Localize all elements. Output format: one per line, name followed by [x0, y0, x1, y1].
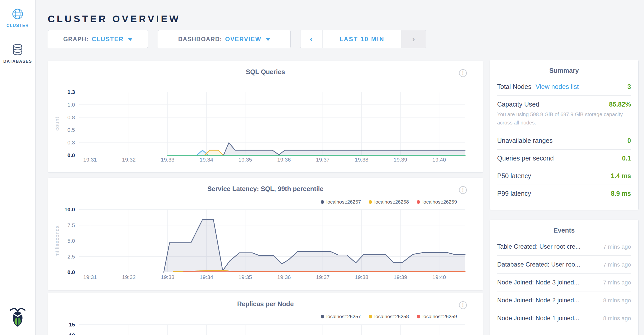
summary-row: Unavailable ranges0 — [497, 132, 631, 150]
series-area-localhost:26257 — [164, 220, 465, 272]
summary-row-subtext: You are using 598.9 GiB of 697.9 GiB sto… — [497, 110, 631, 127]
x-tick-label: 19:38 — [355, 274, 368, 280]
event-row: Node Joined: Node 1 joined...8 mins ago — [497, 309, 631, 327]
summary-row-label: P50 latency — [497, 172, 531, 180]
event-text: Table Created: User root cre... — [497, 243, 580, 250]
chart-plot[interactable]: 19:3119:3219:3319:3419:3519:3619:3719:38… — [48, 178, 483, 291]
y-axis-label: milliseconds — [54, 225, 60, 257]
event-row: Node Joined: Node 3 joined...7 mins ago — [497, 274, 631, 291]
event-time: 7 mins ago — [599, 279, 631, 286]
time-range-value[interactable]: LAST 10 MIN — [323, 30, 401, 48]
x-tick-label: 19:35 — [238, 274, 252, 280]
summary-row-label: Queries per second — [497, 155, 554, 162]
sidebar: CLUSTER DATABASES — [0, 0, 36, 335]
events-rows: Table Created: User root cre...7 mins ag… — [490, 238, 638, 327]
x-tick-label: 19:37 — [316, 274, 330, 280]
x-tick-label: 19:32 — [122, 157, 136, 163]
x-tick-label: 19:39 — [394, 274, 407, 280]
x-tick-label: 19:31 — [83, 274, 97, 280]
summary-row-value: 3 — [627, 83, 631, 90]
y-tick-label: 1.3 — [67, 89, 75, 95]
chevron-down-icon — [128, 38, 132, 41]
event-time: 8 mins ago — [599, 297, 631, 304]
event-time: 8 mins ago — [599, 315, 631, 322]
event-time: 7 mins ago — [599, 243, 631, 250]
time-range-prev-button[interactable]: ‹ — [300, 30, 323, 48]
graph-dropdown-label: GRAPH: — [63, 36, 89, 43]
sql-queries-panel: SQL Queries ! 19:3119:3219:3319:3419:351… — [48, 61, 483, 173]
y-tick-label: 10 — [69, 332, 75, 335]
event-text: Node Joined: Node 3 joined... — [497, 279, 579, 286]
summary-rows: Total NodesView nodes list3Capacity Used… — [490, 78, 638, 202]
chevron-down-icon — [266, 38, 270, 41]
summary-row-label: Unavailable ranges — [497, 137, 553, 144]
summary-row-label: P99 latency — [497, 190, 531, 197]
replicas-per-node-panel: Replicas per Node ! localhost:26257local… — [48, 293, 483, 335]
service-latency-panel: Service Latency: SQL, 99th percentile ! … — [48, 178, 483, 290]
y-tick-label: 0.8 — [67, 114, 75, 120]
summary-row: P50 latency1.4 ms — [497, 167, 631, 185]
sidebar-item-label: CLUSTER — [0, 23, 35, 28]
x-tick-label: 19:36 — [277, 274, 291, 280]
chart-plot[interactable]: 1015 — [48, 293, 483, 335]
event-row: Database Created: User roo...7 mins ago — [497, 256, 631, 274]
y-tick-label: 1.0 — [67, 102, 75, 108]
time-range-next-button[interactable]: › — [401, 30, 426, 48]
event-text: Database Created: User roo... — [497, 261, 580, 268]
event-text: Node Joined: Node 1 joined... — [497, 315, 579, 322]
graph-dropdown[interactable]: GRAPH: CLUSTER — [48, 30, 148, 48]
x-tick-label: 19:35 — [238, 157, 252, 163]
view-nodes-list-link[interactable]: View nodes list — [536, 83, 579, 90]
summary-row-label: Capacity Used — [497, 101, 539, 108]
y-tick-label: 0.3 — [67, 139, 75, 145]
y-tick-label: 7.5 — [67, 222, 75, 228]
x-tick-label: 19:36 — [277, 157, 291, 163]
x-tick-label: 19:33 — [161, 157, 175, 163]
chevron-left-icon: ‹ — [310, 34, 313, 44]
y-tick-label: 15 — [69, 322, 75, 327]
event-text: Node Joined: Node 2 joined... — [497, 297, 579, 304]
summary-row-label: Total Nodes — [497, 83, 531, 90]
y-tick-label: 10.0 — [64, 206, 75, 212]
y-tick-label: 5.0 — [67, 238, 75, 244]
event-time: 7 mins ago — [599, 261, 631, 268]
sidebar-item-label: DATABASES — [0, 59, 35, 64]
dashboard-dropdown[interactable]: DASHBOARD: OVERVIEW — [158, 30, 291, 48]
chevron-right-icon: › — [412, 34, 415, 44]
x-tick-label: 19:34 — [200, 274, 213, 280]
summary-panel: Summary Total NodesView nodes list3Capac… — [490, 60, 639, 210]
page-title: CLUSTER OVERVIEW — [48, 14, 181, 25]
x-tick-label: 19:38 — [355, 157, 368, 163]
globe-icon — [11, 8, 24, 21]
summary-row: P99 latency8.9 ms — [497, 185, 631, 202]
summary-row-value: 0 — [627, 137, 631, 144]
events-panel: Events Table Created: User root cre...7 … — [490, 220, 639, 335]
x-tick-label: 19:40 — [432, 274, 446, 280]
sidebar-item-databases[interactable]: DATABASES — [0, 44, 35, 64]
summary-row-value: 8.9 ms — [611, 190, 631, 197]
summary-row-value: 85.82% — [609, 101, 631, 108]
events-title: Events — [490, 227, 638, 234]
app-root: CLUSTER DATABASES — [0, 0, 644, 335]
y-axis-label: count — [54, 117, 60, 131]
time-range-control: ‹ LAST 10 MIN › — [300, 30, 426, 48]
graph-dropdown-value: CLUSTER — [92, 36, 124, 43]
event-row: Node Joined: Node 2 joined...8 mins ago — [497, 291, 631, 309]
x-tick-label: 19:33 — [161, 274, 175, 280]
summary-row-value: 1.4 ms — [611, 172, 631, 180]
x-tick-label: 19:32 — [122, 274, 136, 280]
y-tick-label: 0.5 — [67, 127, 75, 133]
summary-row: Capacity Used85.82%You are using 598.9 G… — [497, 96, 631, 132]
chart-plot[interactable]: 19:3119:3219:3319:3419:3519:3619:3719:38… — [48, 61, 483, 173]
summary-row-value: 0.1 — [622, 155, 631, 162]
sidebar-item-cluster[interactable]: CLUSTER — [0, 8, 35, 28]
y-tick-label: 2.5 — [67, 254, 75, 260]
x-tick-label: 19:34 — [200, 157, 213, 163]
x-tick-label: 19:39 — [394, 157, 407, 163]
dashboard-dropdown-label: DASHBOARD: — [178, 36, 222, 43]
databases-icon — [12, 44, 24, 57]
x-tick-label: 19:31 — [83, 157, 97, 163]
y-tick-label: 0.0 — [67, 152, 75, 158]
summary-row: Queries per second0.1 — [497, 150, 631, 167]
series-area-localhost:26257-navy — [223, 143, 465, 155]
